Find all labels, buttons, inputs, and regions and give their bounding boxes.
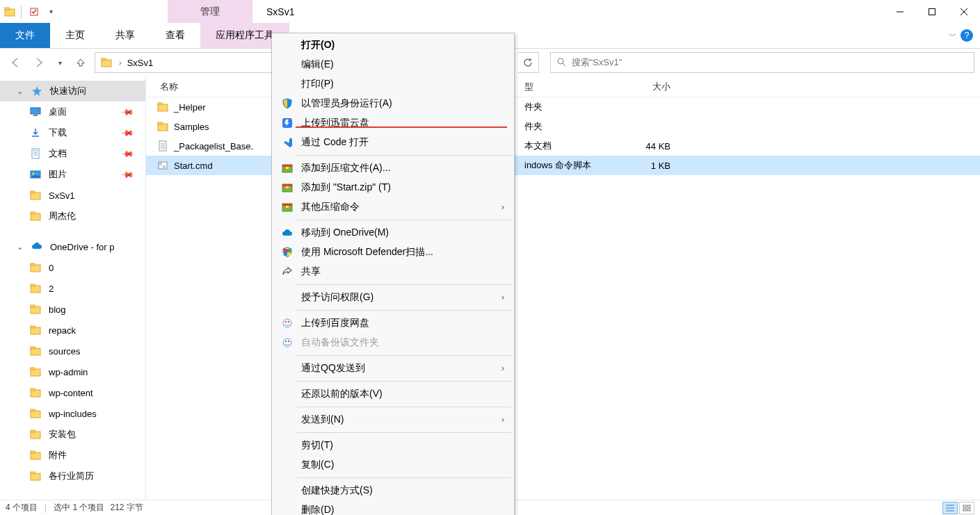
sidebar-item[interactable]: 安装包 <box>0 424 145 445</box>
defender-icon <box>280 247 294 258</box>
menu-item[interactable]: 打印(P) <box>273 74 513 94</box>
menu-item[interactable]: 上传到百度网盘 <box>273 313 513 333</box>
menu-item[interactable]: 创建快捷方式(S) <box>273 481 513 500</box>
sidebar-item-label: 附件 <box>49 449 67 461</box>
navigation-pane[interactable]: ⌄ 快速访问 桌面📌下载📌文档📌图片📌SxSv1周杰伦 ⌄ OneDrive -… <box>0 76 146 502</box>
sidebar-item[interactable]: SxSv1 <box>0 185 145 206</box>
ribbon-expand-icon[interactable]: ﹀ <box>949 31 956 41</box>
svg-rect-67 <box>284 249 287 252</box>
refresh-button[interactable] <box>518 52 539 73</box>
menu-item[interactable]: 共享 <box>273 262 513 281</box>
menu-item[interactable]: 添加到 "Start.zip" (T) <box>273 178 513 197</box>
menu-item[interactable]: 授予访问权限(G)› <box>273 288 513 307</box>
minimize-button[interactable] <box>884 0 916 23</box>
help-icon[interactable]: ? <box>961 29 973 42</box>
menu-item[interactable]: 其他压缩命令› <box>273 197 513 217</box>
menu-item[interactable]: 移动到 OneDrive(M) <box>273 223 513 243</box>
sidebar-item[interactable]: sources <box>0 341 145 361</box>
menu-item[interactable]: 通过QQ发送到› <box>273 359 513 378</box>
sidebar-item[interactable]: 0 <box>0 257 145 278</box>
tab-file[interactable]: 文件 <box>0 23 50 48</box>
menu-item-label: 删除(D) <box>301 504 504 515</box>
sidebar-onedrive[interactable]: ⌄ OneDrive - for p <box>0 236 145 257</box>
menu-item[interactable]: 发送到(N)› <box>273 410 513 430</box>
sidebar-item[interactable]: blog <box>0 299 145 320</box>
sidebar-onedrive-label: OneDrive - for p <box>50 242 114 252</box>
menu-item-label: 以管理员身份运行(A) <box>301 97 504 110</box>
window-title: SxSv1 <box>252 0 884 23</box>
menu-item-label: 通过QQ发送到 <box>301 362 495 375</box>
status-item-count: 4 个项目 <box>6 502 38 514</box>
sidebar-item[interactable]: 下载📌 <box>0 122 145 143</box>
share-icon <box>280 266 294 277</box>
menu-separator <box>297 432 511 433</box>
column-size[interactable]: 大小 <box>615 81 670 93</box>
menu-item[interactable]: 删除(D) <box>273 500 513 515</box>
close-button[interactable] <box>948 0 980 23</box>
submenu-arrow-icon: › <box>501 202 504 212</box>
menu-item-label: 自动备份该文件夹 <box>301 336 504 349</box>
sidebar-item[interactable]: 各行业简历 <box>0 466 145 487</box>
picture-icon <box>29 169 42 180</box>
sidebar-quick-access[interactable]: ⌄ 快速访问 <box>0 81 145 101</box>
sidebar-item[interactable]: 2 <box>0 278 145 299</box>
qat-properties-icon[interactable] <box>27 5 41 19</box>
menu-item-label: 使用 Microsoft Defender扫描... <box>301 246 504 259</box>
sidebar-item[interactable]: wp-admin <box>0 361 145 382</box>
sidebar-quick-access-label: 快速访问 <box>50 85 86 97</box>
menu-item[interactable]: 上传到迅雷云盘 <box>273 113 513 133</box>
sidebar-item[interactable]: wp-content <box>0 382 145 403</box>
qat-dropdown-icon[interactable]: ▾ <box>44 5 58 19</box>
sidebar-item-label: 下载 <box>49 126 67 139</box>
maximize-button[interactable] <box>916 0 948 23</box>
svg-rect-80 <box>963 505 966 507</box>
menu-item[interactable]: 还原以前的版本(V) <box>273 384 513 404</box>
menu-item[interactable]: 剪切(T) <box>273 436 513 455</box>
tab-share[interactable]: 共享 <box>100 23 150 48</box>
search-box[interactable]: 搜索"SxSv1" <box>550 52 975 73</box>
file-type: 本文档 <box>524 140 615 152</box>
tab-home[interactable]: 主页 <box>50 23 100 48</box>
pin-icon: 📌 <box>120 147 135 161</box>
svg-rect-11 <box>31 108 40 114</box>
pin-icon: 📌 <box>120 167 135 182</box>
sidebar-item[interactable]: wp-includes <box>0 403 145 424</box>
recent-dropdown[interactable]: ▾ <box>53 53 67 72</box>
sidebar-item-label: 安装包 <box>49 428 76 441</box>
sidebar-item[interactable]: 周杰伦 <box>0 206 145 227</box>
sidebar-item[interactable]: repack <box>0 320 145 341</box>
context-menu: 打开(O)编辑(E)打印(P)以管理员身份运行(A)上传到迅雷云盘通过 Code… <box>271 33 515 515</box>
sidebar-item[interactable]: 桌面📌 <box>0 101 145 122</box>
forward-button[interactable] <box>29 53 49 72</box>
menu-item[interactable]: 使用 Microsoft Defender扫描... <box>273 243 513 262</box>
menu-item[interactable]: 编辑(E) <box>273 55 513 74</box>
cmd-icon <box>156 160 170 171</box>
up-button[interactable] <box>71 53 90 72</box>
folder-icon <box>29 471 42 482</box>
menu-item[interactable]: 复制(C) <box>273 455 513 475</box>
sidebar-item[interactable]: 文档📌 <box>0 143 145 164</box>
menu-item[interactable]: 打开(O) <box>273 35 513 55</box>
menu-item[interactable]: 通过 Code 打开 <box>273 133 513 152</box>
address-chevron-icon[interactable]: › <box>119 58 122 67</box>
menu-item-label: 创建快捷方式(S) <box>301 484 504 497</box>
view-large-icons-button[interactable] <box>959 502 974 514</box>
view-details-button[interactable] <box>942 502 958 514</box>
menu-item[interactable]: 添加到压缩文件(A)... <box>273 158 513 178</box>
sidebar-item-label: 桌面 <box>49 106 67 118</box>
tab-view[interactable]: 查看 <box>150 23 200 48</box>
folder-icon <box>29 429 42 440</box>
back-button[interactable] <box>6 53 25 72</box>
contextual-tab-manage[interactable]: 管理 <box>168 0 252 23</box>
onedrive-icon <box>31 241 43 252</box>
file-size: 44 KB <box>615 141 670 152</box>
svg-point-71 <box>283 319 291 327</box>
sidebar-item-label: 图片 <box>49 168 67 181</box>
svg-rect-12 <box>33 115 38 116</box>
column-type[interactable]: 型 <box>524 81 615 93</box>
menu-separator <box>297 284 511 285</box>
menu-item[interactable]: 以管理员身份运行(A) <box>273 94 513 113</box>
status-bytes: 212 字节 <box>110 502 143 514</box>
sidebar-item[interactable]: 附件 <box>0 445 145 466</box>
sidebar-item[interactable]: 图片📌 <box>0 164 145 185</box>
